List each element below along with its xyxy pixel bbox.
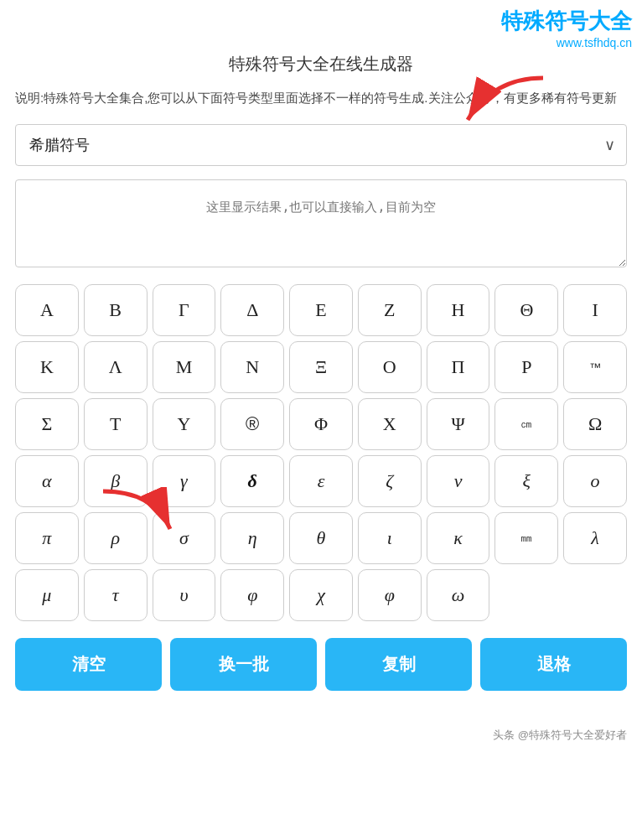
symbol-btn[interactable]: Β: [84, 284, 148, 336]
symbol-btn[interactable]: Μ: [153, 341, 216, 393]
backspace-button[interactable]: 退格: [480, 638, 627, 691]
symbol-btn[interactable]: Κ: [15, 341, 79, 393]
top-banner: 特殊符号大全 www.tsfhdq.cn: [0, 0, 642, 53]
symbol-btn[interactable]: Φ: [289, 398, 353, 450]
symbol-btn[interactable]: δ: [220, 455, 284, 507]
symbol-type-select[interactable]: 希腊符号 数学符号 箭头符号 货币符号 标点符号: [15, 124, 627, 166]
symbol-btn[interactable]: Ξ: [289, 341, 353, 393]
symbol-btn[interactable]: Ζ: [358, 284, 422, 336]
dropdown-wrapper: 希腊符号 数学符号 箭头符号 货币符号 标点符号 ∨: [15, 124, 627, 166]
symbol-btn[interactable]: ε: [289, 455, 353, 507]
symbol-btn[interactable]: ㎜: [494, 512, 558, 564]
symbol-btn[interactable]: ㎝: [494, 398, 558, 450]
next-batch-button[interactable]: 换一批: [170, 638, 317, 691]
symbol-btn[interactable]: Λ: [84, 341, 148, 393]
symbol-btn[interactable]: ο: [563, 455, 627, 507]
description: 说明:特殊符号大全集合,您可以从下面符号类型里面选择不一样的符号生成.关注公众号…: [15, 87, 627, 109]
copy-button[interactable]: 复制: [325, 638, 472, 691]
symbol-btn[interactable]: π: [15, 512, 79, 564]
symbol-btn[interactable]: γ: [153, 455, 216, 507]
symbol-btn[interactable]: θ: [289, 512, 353, 564]
symbol-btn[interactable]: α: [15, 455, 79, 507]
brand-title: 特殊符号大全: [501, 7, 632, 36]
symbol-btn[interactable]: Ω: [563, 398, 627, 450]
clear-button[interactable]: 清空: [15, 638, 162, 691]
symbol-btn[interactable]: Δ: [220, 284, 284, 336]
symbol-btn[interactable]: Η: [427, 284, 490, 336]
symbol-btn[interactable]: σ: [153, 512, 216, 564]
symbol-btn[interactable]: Ψ: [427, 398, 490, 450]
symbol-btn[interactable]: Θ: [494, 284, 558, 336]
dropdown-section: 希腊符号 数学符号 箭头符号 货币符号 标点符号 ∨: [15, 124, 627, 166]
symbol-btn[interactable]: ν: [427, 455, 490, 507]
brand-text: 特殊符号大全 www.tsfhdq.cn: [501, 7, 632, 49]
symbol-btn[interactable]: τ: [84, 569, 148, 621]
symbol-grid: Α Β Γ Δ Ε Ζ Η Θ Ι Κ Λ Μ Ν Ξ Ο Π Ρ ™ Σ Τ …: [15, 284, 627, 621]
symbol-btn[interactable]: χ: [289, 569, 353, 621]
footer-text: 头条 @特殊符号大全爱好者: [493, 729, 627, 741]
symbol-btn[interactable]: Ν: [220, 341, 284, 393]
brand-url: www.tsfhdq.cn: [501, 36, 632, 49]
symbol-btn[interactable]: ξ: [494, 455, 558, 507]
symbol-btn[interactable]: Ο: [358, 341, 422, 393]
result-textarea[interactable]: [15, 179, 627, 267]
main-content: 特殊符号大全在线生成器 说明:特殊符号大全集合,您可以从下面符号类型里面选择不一…: [0, 53, 642, 721]
symbol-grid-wrapper: Α Β Γ Δ Ε Ζ Η Θ Ι Κ Λ Μ Ν Ξ Ο Π Ρ ™ Σ Τ …: [15, 284, 627, 621]
symbol-btn[interactable]: Α: [15, 284, 79, 336]
symbol-btn[interactable]: ρ: [84, 512, 148, 564]
symbol-btn[interactable]: Σ: [15, 398, 79, 450]
symbol-btn[interactable]: Ε: [289, 284, 353, 336]
page-title: 特殊符号大全在线生成器: [15, 53, 627, 75]
symbol-btn[interactable]: μ: [15, 569, 79, 621]
symbol-btn[interactable]: υ: [153, 569, 216, 621]
symbol-btn[interactable]: ι: [358, 512, 422, 564]
symbol-btn[interactable]: Υ: [153, 398, 216, 450]
symbol-btn[interactable]: κ: [427, 512, 490, 564]
footer: 头条 @特殊符号大全爱好者: [0, 721, 642, 749]
symbol-btn[interactable]: Ρ: [494, 341, 558, 393]
symbol-btn[interactable]: Ι: [563, 284, 627, 336]
symbol-btn[interactable]: ζ: [358, 455, 422, 507]
symbol-btn[interactable]: Π: [427, 341, 490, 393]
symbol-btn[interactable]: φ: [358, 569, 422, 621]
symbol-btn[interactable]: Χ: [358, 398, 422, 450]
symbol-btn[interactable]: η: [220, 512, 284, 564]
symbol-btn[interactable]: Γ: [153, 284, 216, 336]
symbol-btn[interactable]: Τ: [84, 398, 148, 450]
symbol-btn[interactable]: φ: [220, 569, 284, 621]
symbol-btn[interactable]: λ: [563, 512, 627, 564]
symbol-btn[interactable]: ™: [563, 341, 627, 393]
bottom-buttons: 清空 换一批 复制 退格: [15, 638, 627, 691]
symbol-btn[interactable]: β: [84, 455, 148, 507]
symbol-btn[interactable]: ω: [427, 569, 490, 621]
symbol-btn[interactable]: ®: [220, 398, 284, 450]
